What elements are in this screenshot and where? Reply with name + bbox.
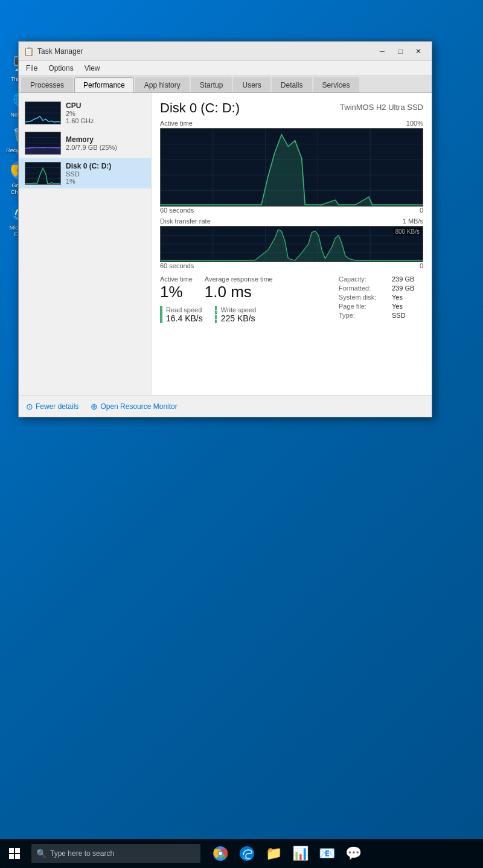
- disk-title-text: Disk 0 (C: D:): [160, 100, 240, 116]
- tab-services[interactable]: Services: [313, 77, 359, 92]
- tab-bar: Processes Performance App history Startu…: [19, 76, 432, 93]
- sidebar-item-disk[interactable]: Disk 0 (C: D:) SSD 1%: [19, 158, 151, 188]
- minimize-button[interactable]: ─: [374, 45, 391, 58]
- disk-header: Disk 0 (C: D:) TwinMOS H2 Ultra SSD: [160, 100, 423, 116]
- capacity-label: Capacity:: [339, 275, 387, 283]
- type-row: Type: SSD: [339, 312, 423, 319]
- taskbar-search-box[interactable]: 🔍: [31, 844, 200, 863]
- maximize-button[interactable]: □: [392, 45, 409, 58]
- search-input[interactable]: [50, 849, 196, 858]
- fewer-details-label: Fewer details: [36, 402, 78, 411]
- open-resource-monitor-label: Open Resource Monitor: [100, 402, 177, 411]
- search-icon: 🔍: [36, 849, 46, 858]
- disk-info: Disk 0 (C: D:) SSD 1%: [66, 162, 145, 185]
- write-speed-value: 225 KB/s: [221, 313, 257, 323]
- taskbar-mail[interactable]: 📧: [314, 839, 339, 868]
- sidebar-item-memory[interactable]: Memory 2.0/7.9 GB (25%): [19, 128, 151, 158]
- svg-marker-13: [25, 147, 60, 154]
- menu-file[interactable]: File: [21, 63, 42, 74]
- app-icon: 📋: [24, 47, 34, 56]
- taskbar-apps: 📁 📊 📧 💬: [208, 839, 366, 868]
- disk-type: SSD: [66, 170, 145, 178]
- cpu-info: CPU 2% 1.60 GHz: [66, 101, 145, 124]
- transfer-time-duration: 60 seconds: [160, 262, 194, 269]
- active-time-stat: Active time 1%: [160, 275, 193, 301]
- transfer-rate-section: Disk transfer rate 1 MB/s: [160, 217, 423, 269]
- svg-rect-39: [9, 854, 14, 859]
- capacity-info: Capacity: 239 GB Formatted: 239 GB Syste…: [339, 275, 423, 321]
- tab-details[interactable]: Details: [272, 77, 312, 92]
- active-time-label-row: Active time 100%: [160, 120, 423, 127]
- transfer-time-zero: 0: [420, 262, 423, 269]
- read-speed-label: Read speed: [166, 306, 203, 313]
- svg-rect-40: [15, 854, 20, 859]
- fewer-details-button[interactable]: ⊙ Fewer details: [26, 402, 78, 411]
- system-disk-row: System disk: Yes: [339, 294, 423, 301]
- formatted-value: 239 GB: [392, 285, 414, 292]
- peak-label: 800 KB/s: [393, 228, 421, 236]
- right-panel: Disk 0 (C: D:) TwinMOS H2 Ultra SSD Acti…: [152, 93, 432, 395]
- memory-thumbnail: [25, 132, 61, 155]
- capacity-row: Capacity: 239 GB: [339, 275, 423, 283]
- page-file-value: Yes: [392, 303, 403, 310]
- tab-performance[interactable]: Performance: [74, 77, 134, 92]
- sidebar-item-cpu[interactable]: CPU 2% 1.60 GHz: [19, 98, 151, 128]
- desktop: 🖥️ This PC 🌐 Network 🗑️ Recycle Bin: [0, 0, 483, 868]
- transfer-rate-max: 1 MB/s: [403, 217, 423, 225]
- start-button[interactable]: [0, 839, 29, 868]
- read-bar: [160, 306, 162, 323]
- taskbar-store[interactable]: 📊: [287, 839, 313, 868]
- taskbar-edge[interactable]: [234, 839, 260, 868]
- menu-options[interactable]: Options: [43, 63, 78, 74]
- system-disk-value: Yes: [392, 294, 403, 301]
- cpu-freq: 1.60 GHz: [66, 117, 145, 124]
- write-speed-item: Write speed 225 KB/s: [215, 306, 257, 323]
- transfer-rate-time-row: 60 seconds 0: [160, 262, 423, 269]
- memory-usage: 2.0/7.9 GB (25%): [66, 144, 145, 151]
- memory-name: Memory: [66, 135, 145, 144]
- active-time-label: Active time: [160, 120, 193, 127]
- tab-users[interactable]: Users: [233, 77, 270, 92]
- svg-rect-38: [15, 848, 20, 853]
- read-write-section: Read speed 16.4 KB/s Write speed 225 KB/…: [160, 306, 329, 323]
- formatted-label: Formatted:: [339, 285, 387, 292]
- tab-app-history[interactable]: App history: [135, 77, 190, 92]
- taskbar: 🔍: [0, 839, 483, 868]
- tab-processes[interactable]: Processes: [21, 77, 73, 92]
- page-file-label: Page file:: [339, 303, 387, 310]
- active-time-section: Active time 100%: [160, 120, 423, 214]
- taskbar-chat[interactable]: 💬: [341, 839, 366, 868]
- type-value: SSD: [392, 312, 406, 319]
- menu-view[interactable]: View: [80, 63, 105, 74]
- disk-thumbnail: [25, 162, 61, 185]
- fewer-details-icon: ⊙: [26, 402, 33, 411]
- close-button[interactable]: ✕: [410, 45, 427, 58]
- system-disk-label: System disk:: [339, 294, 387, 301]
- read-speed-info: Read speed 16.4 KB/s: [166, 306, 203, 323]
- open-resource-monitor-button[interactable]: ⊕ Open Resource Monitor: [91, 402, 177, 411]
- stats-section: Active time 1% Average response time 1.0…: [160, 275, 423, 323]
- title-bar: 📋 Task Manager ─ □ ✕: [19, 42, 432, 61]
- write-bar: [215, 306, 217, 323]
- active-response-group: Active time 1% Average response time 1.0…: [160, 275, 329, 323]
- window-title: Task Manager: [37, 47, 374, 56]
- svg-rect-37: [9, 848, 14, 853]
- taskbar-chrome[interactable]: [208, 839, 233, 868]
- type-label: Type:: [339, 312, 387, 319]
- transfer-rate-chart: 800 KB/s: [160, 226, 423, 262]
- active-time-chart: [160, 128, 423, 207]
- cpu-name: CPU: [66, 101, 145, 110]
- taskbar-files[interactable]: 📁: [261, 839, 286, 868]
- avg-response-value: 1.0 ms: [205, 283, 273, 301]
- disk-name: Disk 0 (C: D:): [66, 162, 145, 170]
- disk-brand: TwinMOS H2 Ultra SSD: [340, 103, 423, 112]
- page-file-row: Page file: Yes: [339, 303, 423, 310]
- capacity-value: 239 GB: [392, 275, 414, 283]
- active-time-duration: 60 seconds: [160, 207, 194, 214]
- tab-startup[interactable]: Startup: [191, 77, 232, 92]
- stats-row-1: Active time 1% Average response time 1.0…: [160, 275, 329, 301]
- window-controls: ─ □ ✕: [374, 45, 427, 58]
- sidebar: CPU 2% 1.60 GHz: [19, 93, 152, 395]
- disk-title: Disk 0 (C: D:): [160, 100, 240, 116]
- active-time-stat-value: 1%: [160, 283, 193, 301]
